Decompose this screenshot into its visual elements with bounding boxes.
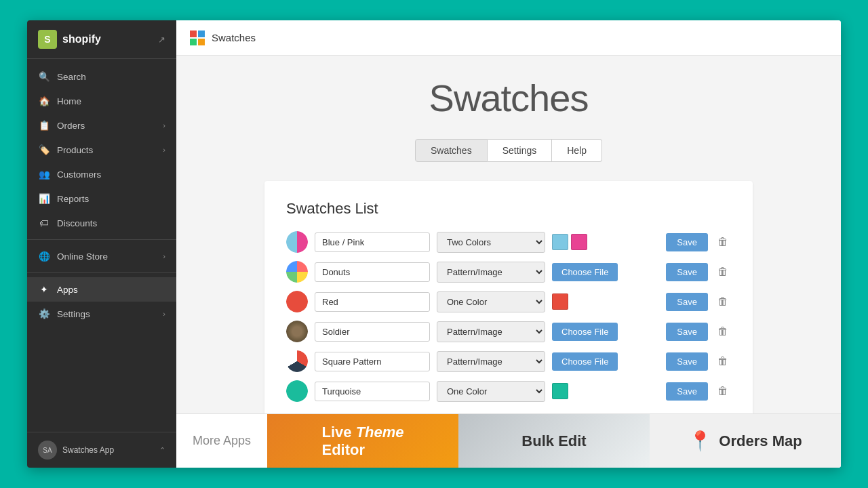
- sidebar-logo-inner: S shopify: [38, 30, 101, 49]
- sidebar-item-orders[interactable]: 📋 Orders ›: [27, 113, 176, 138]
- sidebar-divider: [27, 239, 176, 240]
- choose-file-button[interactable]: Choose File: [552, 352, 618, 371]
- color-box-red[interactable]: [552, 293, 568, 310]
- chevron-right-icon: ›: [163, 121, 165, 129]
- tab-swatches[interactable]: Swatches: [415, 139, 488, 162]
- tab-help[interactable]: Help: [552, 139, 602, 162]
- sidebar-item-home[interactable]: 🏠 Home: [27, 89, 176, 113]
- sidebar-item-apps[interactable]: ✦ Apps: [27, 277, 176, 302]
- swatch-name-input[interactable]: [315, 322, 430, 342]
- swatches-card: Swatches List Two Colors One Color Patte…: [264, 181, 753, 413]
- sidebar-bottom[interactable]: SA Swatches App ⌃: [27, 432, 176, 468]
- swatch-preview-turquoise: [286, 380, 308, 402]
- choose-file-button[interactable]: Choose File: [552, 263, 618, 281]
- topbar: Swatches: [176, 20, 841, 56]
- swatch-colors: [552, 234, 587, 250]
- page-title: Swatches: [429, 76, 589, 120]
- customers-icon: 👥: [38, 168, 50, 180]
- shopify-icon: S: [38, 30, 57, 49]
- sidebar-item-settings[interactable]: ⚙️ Settings ›: [27, 302, 176, 326]
- choose-file-button[interactable]: Choose File: [552, 323, 618, 341]
- sidebar-item-label: Apps: [57, 285, 78, 295]
- topbar-title: Swatches: [212, 32, 256, 43]
- save-button[interactable]: Save: [666, 263, 708, 281]
- swatch-solid: [286, 291, 308, 312]
- swatches-list-title: Swatches List: [286, 200, 731, 218]
- swatch-type-select[interactable]: Two Colors One Color Pattern/Image: [437, 262, 545, 283]
- color-box-blue[interactable]: [552, 234, 568, 250]
- save-button[interactable]: Save: [666, 352, 708, 371]
- save-button[interactable]: Save: [666, 293, 708, 311]
- online-store-icon: 🌐: [38, 250, 50, 262]
- reports-icon: 📊: [38, 192, 50, 205]
- swatch-soldier: [286, 321, 308, 342]
- color-box-pink[interactable]: [571, 234, 587, 250]
- svg-rect-3: [198, 39, 205, 45]
- swatch-name-input[interactable]: [315, 292, 430, 312]
- swatch-name-input[interactable]: [315, 352, 430, 371]
- orders-map-banner[interactable]: 📍 Orders Map: [650, 414, 841, 468]
- external-link-icon[interactable]: ↗: [158, 35, 165, 45]
- orders-map-text: Orders Map: [719, 432, 802, 450]
- tabs-container: Swatches Settings Help: [415, 139, 602, 162]
- search-icon: 🔍: [38, 70, 50, 83]
- bulk-edit-banner[interactable]: Bulk Edit: [458, 414, 650, 468]
- sidebar-item-products[interactable]: 🏷️ Products ›: [27, 138, 176, 162]
- bulk-edit-text: Bulk Edit: [521, 432, 586, 450]
- live-theme-editor-banner[interactable]: Live ThemeEditor: [267, 414, 458, 468]
- sidebar-item-label: Products: [57, 145, 93, 155]
- sidebar-divider: [27, 272, 176, 273]
- more-apps-label: More Apps: [176, 434, 267, 448]
- map-pin-icon: 📍: [688, 430, 712, 452]
- swatch-row: Two Colors One Color Pattern/Image Choos…: [286, 261, 731, 283]
- delete-button[interactable]: 🗑: [715, 233, 731, 251]
- swatch-colors: [552, 383, 568, 399]
- swatch-preview-square: [286, 350, 308, 372]
- delete-button[interactable]: 🗑: [715, 293, 731, 310]
- sidebar-item-label: Settings: [57, 309, 90, 319]
- save-button[interactable]: Save: [666, 382, 708, 401]
- swatch-type-select[interactable]: Two Colors One Color Pattern/Image: [437, 381, 545, 402]
- swatch-two-color: [286, 231, 308, 253]
- sidebar-logo: S shopify ↗: [27, 20, 176, 59]
- delete-button[interactable]: 🗑: [715, 263, 731, 281]
- svg-rect-2: [190, 39, 197, 45]
- swatch-square: [286, 350, 308, 372]
- chevron-right-icon: ›: [163, 252, 165, 260]
- save-button[interactable]: Save: [666, 323, 708, 341]
- swatch-name-input[interactable]: [315, 262, 430, 282]
- sidebar-nav: 🔍 Search 🏠 Home 📋 Orders › 🏷️ Products ›…: [27, 59, 176, 432]
- discounts-icon: 🏷: [38, 217, 50, 229]
- sidebar-item-customers[interactable]: 👥 Customers: [27, 162, 176, 186]
- tab-settings[interactable]: Settings: [488, 139, 553, 162]
- sidebar: S shopify ↗ 🔍 Search 🏠 Home 📋 Orders › 🏷…: [27, 20, 176, 468]
- more-apps-banner: More Apps Live ThemeEditor Bulk Edit 📍 O…: [176, 413, 841, 468]
- svg-rect-0: [190, 30, 197, 37]
- swatch-type-select[interactable]: Two Colors One Color Pattern/Image: [437, 232, 545, 253]
- swatch-row: Two Colors One Color Pattern/Image Choos…: [286, 350, 731, 372]
- swatch-name-input[interactable]: [315, 232, 430, 252]
- color-box-turquoise[interactable]: [552, 383, 568, 399]
- save-button[interactable]: Save: [666, 233, 708, 251]
- delete-button[interactable]: 🗑: [715, 382, 731, 400]
- swatch-solid: [286, 380, 308, 402]
- swatch-type-select[interactable]: Two Colors One Color Pattern/Image: [437, 351, 545, 372]
- sidebar-item-reports[interactable]: 📊 Reports: [27, 186, 176, 211]
- apps-icon: ✦: [38, 283, 50, 296]
- sidebar-item-discounts[interactable]: 🏷 Discounts: [27, 211, 176, 235]
- delete-button[interactable]: 🗑: [715, 323, 731, 340]
- swatch-name-input[interactable]: [315, 382, 430, 401]
- chevron-right-icon: ›: [163, 146, 165, 154]
- settings-icon: ⚙️: [38, 308, 50, 320]
- sidebar-bottom-label: Swatches App: [62, 445, 154, 455]
- sidebar-item-online-store[interactable]: 🌐 Online Store ›: [27, 244, 176, 268]
- sidebar-item-label: Customers: [57, 169, 101, 180]
- delete-button[interactable]: 🗑: [715, 352, 731, 370]
- swatch-type-select[interactable]: Two Colors One Color Pattern/Image: [437, 321, 545, 342]
- sidebar-item-search[interactable]: 🔍 Search: [27, 64, 176, 89]
- swatch-preview-red: [286, 291, 308, 312]
- swatch-row: Two Colors One Color Pattern/Image Choos…: [286, 321, 731, 342]
- swatch-row: Two Colors One Color Pattern/Image Save …: [286, 291, 731, 312]
- chevron-up-icon: ⌃: [159, 446, 165, 455]
- swatch-type-select[interactable]: Two Colors One Color Pattern/Image: [437, 291, 545, 312]
